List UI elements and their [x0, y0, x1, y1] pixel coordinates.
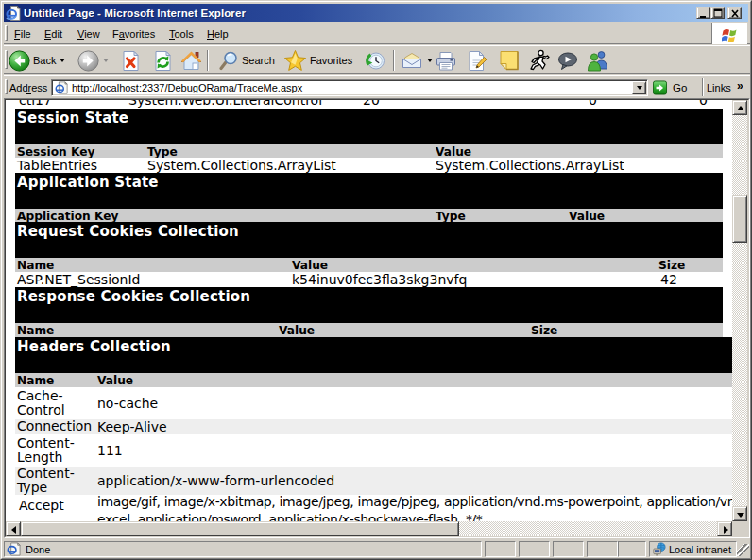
home-button[interactable]	[180, 48, 202, 73]
vertical-scroll-thumb[interactable]	[732, 195, 747, 243]
column-header: Value	[97, 374, 133, 387]
horizontal-scroll-thumb[interactable]	[21, 521, 459, 536]
address-dropdown-button[interactable]	[632, 81, 646, 94]
search-icon	[218, 50, 239, 72]
header-row-accept: Accept image/gif, image/x-xbitmap, image…	[15, 495, 732, 521]
discussion-button[interactable]	[556, 48, 579, 73]
scroll-left-button[interactable]	[6, 521, 21, 536]
back-label: Back	[33, 55, 56, 66]
back-button[interactable]: Back	[9, 48, 65, 73]
section-title: Response Cookies Collection	[17, 288, 250, 305]
maximize-icon	[711, 8, 726, 20]
maximize-button[interactable]	[710, 7, 725, 19]
forward-dropdown-icon[interactable]	[103, 59, 109, 62]
favorites-button[interactable]: Favorites	[283, 48, 352, 73]
scroll-up-button[interactable]	[732, 100, 747, 115]
menu-favorites[interactable]: Favorites	[106, 25, 162, 42]
session-state-row: TableEntries System.Collections.ArrayLis…	[15, 158, 723, 173]
section-header-application-state: Application State	[15, 173, 723, 209]
discuss-button[interactable]	[498, 48, 521, 73]
address-label: Address	[9, 80, 47, 95]
horizontal-scrollbar[interactable]	[6, 521, 732, 536]
title-bar[interactable]: Untitled Page - Microsoft Internet Explo…	[4, 4, 748, 22]
address-bar: Address http://localhost:2337/DebugORama…	[4, 75, 750, 98]
address-input[interactable]: http://localhost:2337/DebugORama/TraceMe…	[72, 81, 302, 94]
menu-help[interactable]: Help	[200, 25, 235, 42]
status-pane	[618, 541, 646, 557]
chevron-down-icon	[637, 86, 642, 90]
forward-button[interactable]	[77, 48, 109, 73]
vertical-scrollbar[interactable]	[732, 100, 747, 521]
window-title: Untitled Page - Microsoft Internet Explo…	[24, 8, 246, 19]
mail-button[interactable]	[401, 48, 433, 73]
browser-client-area: ctl17 System.Web.UI.LiteralControl 20 0 …	[4, 98, 750, 538]
menu-edit[interactable]: Edit	[38, 25, 69, 42]
toolbar-gripper[interactable]	[5, 50, 8, 69]
scroll-down-button[interactable]	[732, 506, 747, 521]
toolbar-separator	[393, 50, 395, 71]
table-cell: k54inuv0fec3fla3skg3nvfq	[292, 272, 467, 287]
sticky-note-icon	[498, 49, 521, 72]
search-button[interactable]: Search	[218, 48, 275, 73]
status-pane	[587, 541, 618, 557]
go-button[interactable]: Go	[653, 78, 687, 97]
ie-page-icon	[6, 6, 21, 21]
edit-icon	[467, 50, 488, 72]
back-icon	[9, 50, 30, 72]
headers-column-headers: Name Value	[15, 373, 732, 387]
edit-button[interactable]	[467, 48, 488, 73]
header-value: 111	[97, 444, 123, 458]
section-title: Request Cookies Collection	[17, 223, 239, 240]
address-combobox[interactable]: http://localhost:2337/DebugORama/TraceMe…	[51, 79, 648, 96]
links-label[interactable]: Links	[707, 80, 731, 95]
messenger-button[interactable]	[528, 48, 551, 73]
scroll-right-button[interactable]	[717, 521, 732, 536]
column-header: Type	[147, 145, 178, 159]
minimize-button[interactable]	[696, 7, 710, 19]
two-people-icon	[586, 49, 610, 72]
status-pane	[485, 541, 516, 557]
header-row-connection: Connection Keep-Alive	[15, 419, 732, 434]
mail-icon	[401, 50, 423, 72]
refresh-button[interactable]	[153, 48, 173, 73]
go-label: Go	[673, 82, 687, 93]
request-cookies-column-headers: Name Value Size	[15, 258, 723, 272]
resize-grip[interactable]	[737, 544, 749, 556]
session-state-column-headers: Session Key Type Value	[15, 144, 723, 158]
mail-dropdown-icon[interactable]	[427, 59, 433, 62]
history-button[interactable]	[365, 48, 385, 73]
favorites-label: Favorites	[310, 55, 352, 66]
control-tree-viewstate: 0	[589, 100, 597, 108]
addressbar-gripper[interactable]	[5, 79, 8, 94]
status-message-pane: Done	[4, 541, 482, 557]
back-dropdown-icon[interactable]	[60, 59, 65, 62]
windows-flag-icon	[722, 25, 738, 42]
print-button[interactable]	[435, 48, 457, 73]
column-header: Size	[531, 324, 557, 337]
messenger-contacts-button[interactable]	[586, 48, 610, 73]
running-man-icon	[528, 49, 551, 72]
menu-tools[interactable]: Tools	[162, 25, 200, 42]
header-value-line2: excel, application/msword, application/x…	[97, 511, 732, 521]
refresh-icon	[153, 50, 173, 72]
header-value: application/x-www-form-urlencoded	[97, 474, 334, 488]
column-header: Name	[17, 259, 54, 272]
ie-page-icon	[7, 542, 21, 556]
ie-page-icon	[55, 81, 68, 94]
section-title: Session State	[17, 110, 128, 127]
header-value: Keep-Alive	[97, 420, 167, 434]
home-icon	[180, 50, 202, 72]
close-button[interactable]	[727, 7, 742, 19]
header-row-content-length: Content-Length 111	[15, 434, 732, 467]
header-name: Content-Length	[17, 436, 95, 466]
page-viewport[interactable]: ctl17 System.Web.UI.LiteralControl 20 0 …	[6, 100, 732, 521]
section-title: Application State	[17, 174, 159, 191]
control-tree-type: System.Web.UI.LiteralControl	[128, 100, 322, 108]
security-zone-label: Local intranet	[669, 544, 731, 555]
menu-view[interactable]: View	[71, 25, 107, 42]
stop-button[interactable]	[121, 48, 141, 73]
response-cookies-column-headers: Name Value Size	[15, 323, 723, 337]
forward-icon	[77, 50, 99, 72]
links-chevron-icon[interactable]: »	[737, 79, 743, 93]
menu-file[interactable]: File	[8, 25, 38, 42]
